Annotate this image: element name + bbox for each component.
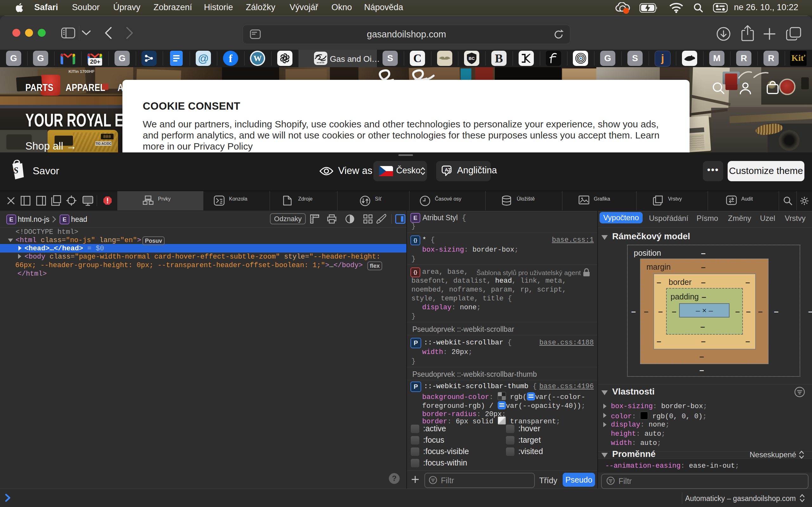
svg-text:BC: BC xyxy=(469,56,475,61)
svg-text:A: A xyxy=(445,167,448,172)
svg-text:S: S xyxy=(13,165,19,176)
